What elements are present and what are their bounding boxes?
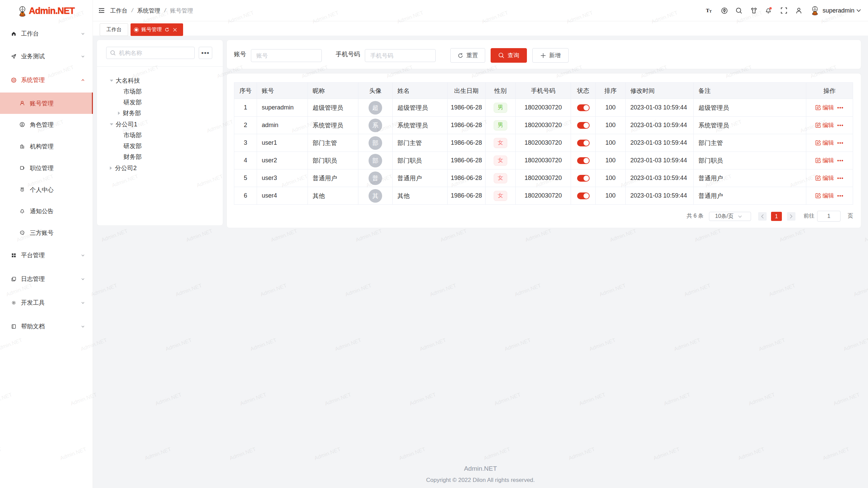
svg-text:T: T bbox=[706, 8, 709, 13]
svg-text:T: T bbox=[709, 9, 712, 13]
